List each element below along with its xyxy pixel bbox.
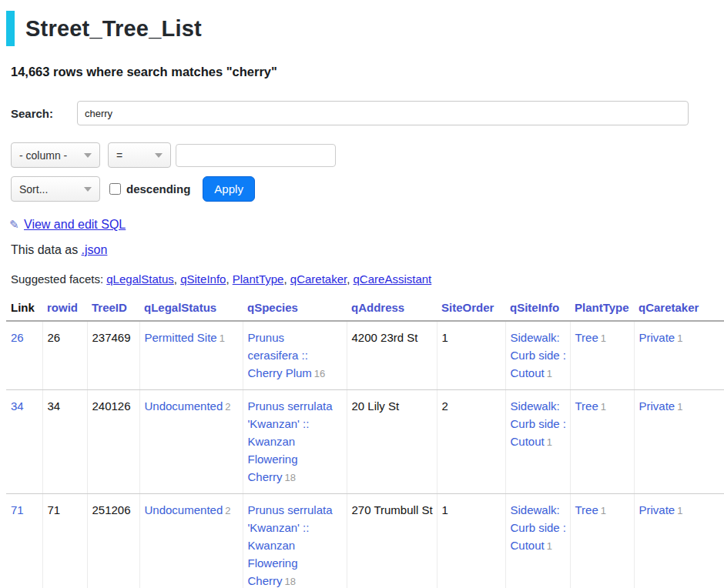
column-header-siteorder[interactable]: SiteOrder	[437, 298, 505, 321]
sort-row: Sort... descending Apply	[11, 176, 724, 202]
descending-label: descending	[126, 182, 190, 195]
cell-legal-status: Undocumented2	[139, 494, 243, 588]
cell-rowid: 26	[42, 321, 87, 390]
header-row: Link rowid TreeID qLegalStatus qSpecies …	[6, 298, 724, 321]
row-link[interactable]: 34	[11, 399, 24, 413]
filter-column-select-value: - column -	[19, 149, 67, 162]
cell-legal-status: Undocumented2	[139, 390, 243, 494]
column-header-qcaretaker[interactable]: qCaretaker	[634, 298, 724, 321]
cell-caretaker: Private1	[634, 390, 724, 494]
facet-count: 18	[285, 576, 296, 587]
species-link[interactable]: Prunus cerasifera :: Cherry Plum	[248, 331, 312, 379]
plant-type-link[interactable]: Tree	[575, 503, 598, 516]
site-info-link[interactable]: Sidewalk: Curb side : Cutout	[511, 331, 567, 379]
facet-link-qcaretaker[interactable]: qCaretaker	[290, 272, 347, 286]
facet-link-qcareassistant[interactable]: qCareAssistant	[354, 272, 432, 286]
cell-site-info: Sidewalk: Curb side : Cutout1	[505, 321, 570, 390]
species-link[interactable]: Prunus serrulata 'Kwanzan' :: Kwanzan Fl…	[248, 399, 333, 483]
facet-count: 1	[677, 401, 682, 413]
accent-bar	[6, 11, 15, 46]
caretaker-link[interactable]: Private	[639, 331, 675, 344]
descending-checkbox[interactable]	[109, 183, 121, 195]
cell-caretaker: Private1	[634, 321, 724, 390]
plant-type-link[interactable]: Tree	[575, 331, 598, 344]
facet-count: 1	[220, 332, 225, 344]
pencil-icon: ✎	[9, 218, 19, 231]
cell-site-order: 1	[437, 321, 505, 390]
apply-button[interactable]: Apply	[203, 176, 255, 202]
facet-count: 2	[225, 505, 230, 516]
column-header-rowid[interactable]: rowid	[42, 298, 87, 321]
column-header-qlegalstatus[interactable]: qLegalStatus	[139, 298, 243, 321]
cell-treeid: 240126	[87, 390, 139, 494]
species-link[interactable]: Prunus serrulata 'Kwanzan' :: Kwanzan Fl…	[248, 503, 333, 587]
facet-count: 16	[314, 368, 325, 379]
caretaker-link[interactable]: Private	[639, 399, 675, 413]
legal-status-link[interactable]: Undocumented	[145, 399, 223, 413]
facet-link-qsiteinfo[interactable]: qSiteInfo	[180, 272, 226, 286]
cell-legal-status: Permitted Site1	[139, 321, 243, 390]
cell-site-info: Sidewalk: Curb side : Cutout1	[505, 494, 570, 588]
cell-plant-type: Tree1	[570, 390, 634, 494]
table-row: 34 34 240126 Undocumented2 Prunus serrul…	[6, 390, 724, 494]
site-info-link[interactable]: Sidewalk: Curb side : Cutout	[511, 503, 567, 552]
view-edit-sql-link[interactable]: View and edit SQL	[24, 218, 126, 231]
facet-count: 18	[285, 472, 296, 483]
data-export-row: This data as .json	[11, 243, 724, 257]
caretaker-link[interactable]: Private	[639, 503, 675, 516]
data-as-text: This data as	[11, 243, 78, 256]
filter-row: - column - =	[11, 142, 724, 168]
facet-count: 1	[547, 368, 552, 379]
sort-select-value: Sort...	[19, 183, 48, 195]
cell-species: Prunus serrulata 'Kwanzan' :: Kwanzan Fl…	[243, 494, 347, 588]
row-link[interactable]: 71	[11, 503, 24, 516]
filter-operator-select-value: =	[116, 149, 122, 162]
chevron-down-icon	[84, 187, 92, 192]
facet-count: 1	[601, 505, 606, 516]
chevron-down-icon	[155, 153, 163, 158]
plant-type-link[interactable]: Tree	[575, 399, 598, 413]
facet-link-qlegalstatus[interactable]: qLegalStatus	[106, 272, 174, 286]
cell-site-order: 1	[437, 494, 505, 588]
legal-status-link[interactable]: Undocumented	[145, 503, 223, 516]
cell-address: 20 Lily St	[347, 390, 437, 494]
cell-treeid: 237469	[87, 321, 139, 390]
facet-count: 1	[601, 332, 606, 344]
json-link[interactable]: .json	[82, 243, 108, 256]
facet-count: 2	[225, 401, 230, 413]
filter-value-input[interactable]	[176, 144, 336, 167]
facet-count: 1	[677, 332, 682, 344]
cell-species: Prunus serrulata 'Kwanzan' :: Kwanzan Fl…	[243, 390, 347, 494]
table-row: 71 71 251206 Undocumented2 Prunus serrul…	[6, 494, 724, 588]
cell-address: 4200 23rd St	[347, 321, 437, 390]
site-info-link[interactable]: Sidewalk: Curb side : Cutout	[511, 399, 567, 448]
search-form: Search:	[11, 101, 724, 125]
cell-plant-type: Tree1	[570, 494, 634, 588]
search-input[interactable]	[77, 101, 689, 125]
cell-address: 270 Trumbull St	[347, 494, 437, 588]
sort-select[interactable]: Sort...	[11, 176, 100, 202]
column-header-qaddress[interactable]: qAddress	[347, 298, 437, 321]
filter-operator-select[interactable]: =	[108, 142, 171, 168]
column-header-link: Link	[6, 298, 42, 321]
column-header-treeid[interactable]: TreeID	[87, 298, 139, 321]
facet-link-planttype[interactable]: PlantType	[233, 272, 284, 286]
suggested-facets: Suggested facets: qLegalStatus qSiteInfo…	[11, 272, 724, 286]
results-table: Link rowid TreeID qLegalStatus qSpecies …	[6, 298, 724, 588]
cell-plant-type: Tree1	[570, 321, 634, 390]
sql-row: ✎ View and edit SQL	[9, 218, 724, 232]
column-header-qspecies[interactable]: qSpecies	[243, 298, 347, 321]
page-header: Street_Tree_List	[6, 11, 724, 46]
column-header-planttype[interactable]: PlantType	[570, 298, 634, 321]
search-label: Search:	[11, 107, 77, 120]
facet-count: 1	[547, 436, 552, 448]
facet-count: 1	[601, 401, 606, 413]
cell-rowid: 71	[42, 494, 87, 588]
row-link[interactable]: 26	[11, 331, 24, 344]
column-header-qsiteinfo[interactable]: qSiteInfo	[505, 298, 570, 321]
legal-status-link[interactable]: Permitted Site	[145, 331, 217, 344]
filter-column-select[interactable]: - column -	[11, 142, 100, 168]
cell-treeid: 251206	[87, 494, 139, 588]
cell-site-info: Sidewalk: Curb side : Cutout1	[505, 390, 570, 494]
chevron-down-icon	[84, 153, 92, 158]
